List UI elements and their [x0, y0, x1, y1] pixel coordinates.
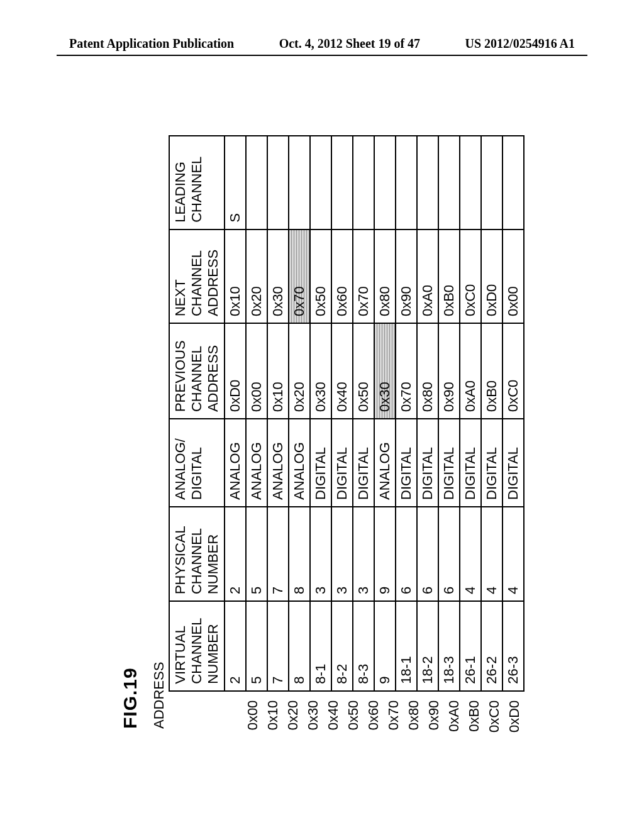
cell-physical-channel-number: 3 [353, 507, 374, 601]
cell-virtual-channel-number: 8-3 [353, 601, 374, 691]
cell-physical-channel-number: 3 [331, 507, 353, 601]
cell-previous-channel-address: 0xA0 [460, 323, 481, 419]
cell-next-channel-address: 0xA0 [417, 230, 438, 323]
cell-virtual-channel-number: 8 [289, 601, 310, 691]
cell-virtual-channel-number: 8-1 [310, 601, 331, 691]
table-row: 55ANALOG0x000x20 [246, 136, 267, 691]
cell-previous-channel-address: 0x50 [353, 323, 374, 419]
col-next-channel-address: NEXTCHANNELADDRESS [169, 230, 225, 323]
cell-physical-channel-number: 6 [438, 507, 460, 601]
channel-table: VIRTUALCHANNELNUMBER PHYSICALCHANNELNUMB… [169, 135, 525, 692]
table-row: 18-16DIGITAL0x700x90 [396, 136, 417, 691]
cell-analog-digital: DIGITAL [331, 419, 353, 507]
cell-leading-channel [353, 136, 374, 230]
cell-previous-channel-address: 0xD0 [225, 323, 246, 419]
cell-leading-channel [481, 136, 502, 230]
cell-leading-channel [438, 136, 460, 230]
cell-virtual-channel-number: 18-2 [417, 601, 438, 691]
cell-analog-digital: DIGITAL [417, 419, 438, 507]
cell-previous-channel-address: 0x30 [310, 323, 331, 419]
cell-previous-channel-address: 0x30 [374, 323, 396, 419]
table-row: 18-26DIGITAL0x800xA0 [417, 136, 438, 691]
cell-next-channel-address: 0x50 [310, 230, 331, 323]
cell-leading-channel [331, 136, 353, 230]
cell-previous-channel-address: 0x10 [267, 323, 289, 419]
table-row: 26-34DIGITAL0xC00x00 [502, 136, 524, 691]
cell-leading-channel [310, 136, 331, 230]
cell-virtual-channel-number: 18-1 [396, 601, 417, 691]
address-cell: 0x70 [384, 698, 404, 733]
cell-leading-channel [502, 136, 524, 230]
cell-physical-channel-number: 4 [502, 507, 524, 601]
page-header: Patent Application Publication Oct. 4, 2… [0, 36, 644, 56]
cell-next-channel-address: 0x90 [396, 230, 417, 323]
cell-analog-digital: ANALOG [267, 419, 289, 507]
cell-previous-channel-address: 0x70 [396, 323, 417, 419]
cell-physical-channel-number: 5 [246, 507, 267, 601]
cell-physical-channel-number: 8 [289, 507, 310, 601]
cell-leading-channel [267, 136, 289, 230]
address-cell: 0xA0 [444, 698, 464, 733]
cell-virtual-channel-number: 26-2 [481, 601, 502, 691]
cell-virtual-channel-number: 9 [374, 601, 396, 691]
cell-physical-channel-number: 6 [417, 507, 438, 601]
cell-leading-channel [289, 136, 310, 230]
cell-previous-channel-address: 0x20 [289, 323, 310, 419]
cell-virtual-channel-number: 26-3 [502, 601, 524, 691]
cell-previous-channel-address: 0x40 [331, 323, 353, 419]
cell-next-channel-address: 0x60 [331, 230, 353, 323]
cell-next-channel-address: 0x30 [267, 230, 289, 323]
address-cell: 0xB0 [464, 698, 484, 733]
table-row: 26-14DIGITAL0xA00xC0 [460, 136, 481, 691]
cell-analog-digital: DIGITAL [502, 419, 524, 507]
table-row: 99ANALOG0x300x80 [374, 136, 396, 691]
cell-next-channel-address: 0xC0 [460, 230, 481, 323]
cell-virtual-channel-number: 18-3 [438, 601, 460, 691]
cell-previous-channel-address: 0x80 [417, 323, 438, 419]
cell-analog-digital: ANALOG [374, 419, 396, 507]
cell-previous-channel-address: 0xC0 [502, 323, 524, 419]
cell-physical-channel-number: 9 [374, 507, 396, 601]
cell-physical-channel-number: 4 [460, 507, 481, 601]
cell-leading-channel [396, 136, 417, 230]
cell-next-channel-address: 0x10 [225, 230, 246, 323]
address-cell: 0x50 [343, 698, 364, 733]
table-row: 8-23DIGITAL0x400x60 [331, 136, 353, 691]
table-row: 8-13DIGITAL0x300x50 [310, 136, 331, 691]
address-cell: 0x40 [323, 698, 343, 733]
cell-analog-digital: DIGITAL [396, 419, 417, 507]
cell-physical-channel-number: 4 [481, 507, 502, 601]
table-row: 26-24DIGITAL0xB00xD0 [481, 136, 502, 691]
page: Patent Application Publication Oct. 4, 2… [0, 0, 644, 830]
cell-analog-digital: ANALOG [289, 419, 310, 507]
table-row: 18-36DIGITAL0x900xB0 [438, 136, 460, 691]
cell-leading-channel [374, 136, 396, 230]
cell-next-channel-address: 0x00 [502, 230, 524, 323]
cell-leading-channel [246, 136, 267, 230]
cell-next-channel-address: 0x80 [374, 230, 396, 323]
cell-leading-channel: S [225, 136, 246, 230]
address-cell: 0x10 [263, 698, 283, 733]
address-column: 0x000x100x200x300x400x500x600x700x800x90… [169, 692, 525, 733]
cell-previous-channel-address: 0x00 [246, 323, 267, 419]
figure-sheet: FIG.19 ADDRESS 0x000x100x200x300x400x500… [119, 135, 525, 733]
figure-label: FIG.19 [119, 135, 141, 729]
cell-analog-digital: DIGITAL [310, 419, 331, 507]
header-row: Patent Application Publication Oct. 4, 2… [0, 36, 644, 51]
header-right: US 2012/0254916 A1 [465, 36, 575, 51]
address-cell: 0x80 [404, 698, 424, 733]
table-row: 22ANALOG0xD00x10S [225, 136, 246, 691]
header-rule [57, 55, 587, 56]
cell-analog-digital: DIGITAL [481, 419, 502, 507]
col-analog-digital: ANALOG/DIGITAL [169, 419, 225, 507]
table-row: 77ANALOG0x100x30 [267, 136, 289, 691]
cell-physical-channel-number: 7 [267, 507, 289, 601]
cell-analog-digital: DIGITAL [353, 419, 374, 507]
address-column-label: ADDRESS [151, 135, 167, 729]
address-cell: 0x30 [303, 698, 323, 733]
figure-rotated-container: FIG.19 ADDRESS 0x000x100x200x300x400x500… [119, 135, 525, 733]
cell-next-channel-address: 0xB0 [438, 230, 460, 323]
cell-virtual-channel-number: 7 [267, 601, 289, 691]
col-virtual-channel-number: VIRTUALCHANNELNUMBER [169, 601, 225, 691]
cell-virtual-channel-number: 26-1 [460, 601, 481, 691]
